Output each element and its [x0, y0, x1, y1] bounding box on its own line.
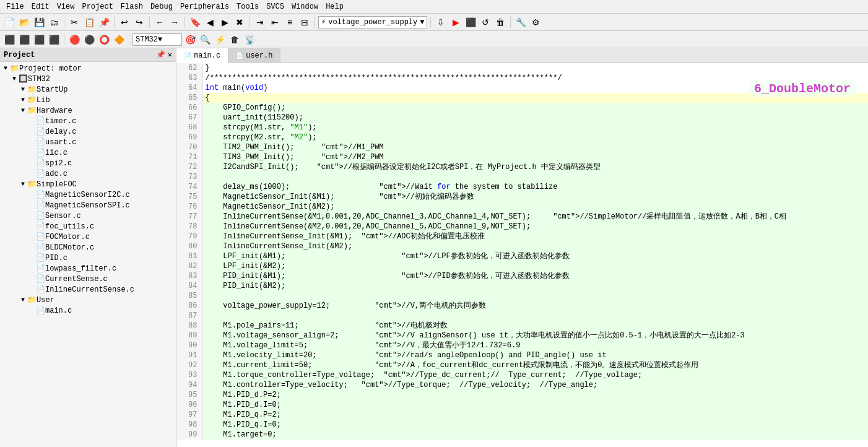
tree-item[interactable]: 📄 usart.c: [1, 137, 175, 147]
align-btn[interactable]: ≡: [283, 15, 297, 29]
code-line[interactable]: delay_ms(1000); "cmt">//Wait for the sys…: [202, 182, 868, 192]
code-line[interactable]: MagneticSensor_Init(&M2);: [202, 202, 868, 212]
tree-item[interactable]: 📄 foc_utils.c: [1, 221, 175, 232]
code-line[interactable]: M1.voltage_sensor_align=2; "cmt">//V ali…: [202, 331, 868, 341]
code-line[interactable]: InlineCurrentSense(&M1,0.001,20,ADC_Chan…: [202, 212, 868, 222]
code-line[interactable]: MagneticSensor_Init(&M1); "cmt">//初始化编码器…: [202, 192, 868, 202]
tree-item[interactable]: ▼ 🔲 STM32: [1, 74, 175, 84]
stop-btn[interactable]: ⬛: [464, 15, 477, 29]
open-button[interactable]: 📂: [17, 15, 31, 29]
code-line[interactable]: [202, 291, 868, 301]
code-line[interactable]: GPIO_Config();: [202, 103, 868, 113]
code-line[interactable]: TIM3_PWM_Init(); "cmt">//M2_PWM: [202, 152, 868, 162]
code-line[interactable]: PID_init(&M1); "cmt">//PID参数初始化，可进入函数初始化…: [202, 271, 868, 281]
cut-button[interactable]: ✂: [67, 15, 81, 29]
menu-debug[interactable]: Debug: [147, 1, 176, 12]
code-line[interactable]: LPF_init(&M1); "cmt">//LPF参数初始化，可进入函数初始化…: [202, 251, 868, 261]
menu-window[interactable]: Window: [288, 1, 322, 12]
tree-item[interactable]: 📄 spi2.c: [1, 158, 175, 168]
code-line[interactable]: M1.controller=Type_velocity; "cmt">//Typ…: [202, 380, 868, 390]
code-line[interactable]: I2CandSPI_Init(); "cmt">//根据编码器设定初始化I2C或…: [202, 162, 868, 172]
code-line[interactable]: uart_init(115200);: [202, 113, 868, 123]
code-line[interactable]: M1.pole_pairs=11; "cmt">//电机极对数: [202, 321, 868, 331]
copy-button[interactable]: 📋: [82, 15, 96, 29]
tree-item[interactable]: 📄 lowpass_filter.c: [1, 263, 175, 274]
run-btn[interactable]: ▶: [449, 15, 462, 29]
code-line[interactable]: /***************************************…: [202, 73, 868, 83]
bp-del[interactable]: ⭕: [97, 33, 111, 46]
target-dropdown[interactable]: ⚡ voltage_power_supply ▼: [318, 16, 427, 28]
misc-btn[interactable]: 📡: [243, 33, 256, 46]
code-line[interactable]: M1.voltage_limit=5; "cmt">//V，最大值需小于12/1…: [202, 341, 868, 350]
code-line[interactable]: M1.current_limit=50; "cmt">//A，foc_curre…: [202, 360, 868, 370]
bookmark-btn[interactable]: 🔖: [188, 15, 202, 29]
bp-del-all[interactable]: 🔶: [112, 33, 126, 46]
sidebar-close-icon[interactable]: ✕: [168, 50, 172, 59]
erase-btn[interactable]: 🗑: [493, 15, 507, 29]
tab-user-h[interactable]: 📄 user.h: [228, 48, 280, 63]
tree-item[interactable]: 📄 main.c: [1, 305, 175, 316]
save-all-button[interactable]: 🗂: [47, 15, 61, 29]
indent-btn[interactable]: ⇥: [253, 15, 267, 29]
tree-item[interactable]: 📄 Sensor.c: [1, 210, 175, 221]
settings-btn[interactable]: ⚙: [529, 15, 542, 29]
menu-view[interactable]: View: [53, 1, 79, 12]
sidebar-pin-icon[interactable]: 📌: [156, 50, 165, 59]
tab-main-c[interactable]: 📄 main.c: [176, 48, 228, 63]
tree-item[interactable]: ▼ 📁 Project: motor: [1, 63, 175, 74]
bookmark-del[interactable]: ✖: [233, 15, 246, 29]
step-over[interactable]: ⬛: [2, 33, 16, 46]
tree-item[interactable]: ▼ 📁 Hardware: [1, 105, 175, 116]
menu-file[interactable]: File: [2, 1, 28, 12]
tree-item[interactable]: 📄 MagneticSensorSPI.c: [1, 200, 175, 210]
code-line[interactable]: voltage_power_supply=12; "cmt">//V,两个电机的…: [202, 301, 868, 311]
menu-flash[interactable]: Flash: [117, 1, 147, 12]
menu-help[interactable]: Help: [322, 1, 347, 12]
reset-btn[interactable]: ↺: [479, 15, 492, 29]
code-line[interactable]: M1.velocity_limit=20; "cmt">//rad/s angl…: [202, 350, 868, 360]
tree-item[interactable]: 📄 InlineCurrentSense.c: [1, 284, 175, 295]
menu-project[interactable]: Project: [78, 1, 116, 12]
run2[interactable]: ⬛: [47, 33, 61, 46]
code-line[interactable]: [202, 311, 868, 321]
load-btn[interactable]: ⇩: [434, 15, 448, 29]
bookmark-next[interactable]: ▶: [218, 15, 232, 29]
tree-item[interactable]: 📄 iic.c: [1, 147, 175, 158]
code-line[interactable]: M1.torque_controller=Type_voltage; "cmt"…: [202, 370, 868, 380]
erase2-btn[interactable]: 🗑: [228, 33, 241, 46]
bp-toggle[interactable]: 🔴: [67, 33, 81, 46]
save-button[interactable]: 💾: [32, 15, 46, 29]
code-line[interactable]: int main(void): [202, 83, 868, 93]
tree-item[interactable]: 📄 MagneticSensorI2C.c: [1, 189, 175, 200]
code-line[interactable]: {: [202, 93, 868, 103]
code-line[interactable]: M1.PID_d.I=0;: [202, 400, 868, 410]
step-in[interactable]: ⬛: [17, 33, 31, 46]
flash-btn[interactable]: ⚡: [213, 33, 227, 46]
code-line[interactable]: InlineCurrentSense_Init(&M1); "cmt">//AD…: [202, 232, 868, 241]
nav-fwd[interactable]: →: [168, 15, 181, 29]
code-line[interactable]: M1.PID_q.I=0;: [202, 420, 868, 430]
tree-item[interactable]: 📄 adc.c: [1, 168, 175, 179]
code-line[interactable]: LPF_init(&M2);: [202, 261, 868, 271]
nav-back[interactable]: ←: [153, 15, 167, 29]
tree-item[interactable]: 📄 delay.c: [1, 126, 175, 137]
tree-item[interactable]: 📄 BLDCMotor.c: [1, 242, 175, 253]
code-editor[interactable]: 62}63/**********************************…: [176, 63, 868, 440]
tree-item[interactable]: ▼ 📁 StartUp: [1, 84, 175, 95]
code-line[interactable]: strcpy(M1.str, "M1");: [202, 123, 868, 132]
tree-item[interactable]: ▼ 📁 Lib: [1, 95, 175, 105]
code-line[interactable]: InlineCurrentSense(&M2,0.001,20,ADC_Chan…: [202, 222, 868, 232]
tree-item[interactable]: 📄 CurrentSense.c: [1, 274, 175, 284]
code-line[interactable]: }: [202, 63, 868, 73]
tree-item[interactable]: 📄 timer.c: [1, 116, 175, 126]
unindent-btn[interactable]: ⇤: [268, 15, 282, 29]
tree-item[interactable]: 📄 PID.c: [1, 253, 175, 263]
menu-svcs[interactable]: SVCS: [263, 1, 288, 12]
new-button[interactable]: 📄: [2, 15, 16, 29]
bp-enable[interactable]: ⚫: [82, 33, 96, 46]
menu-peripherals[interactable]: Peripherals: [176, 1, 233, 12]
debug2-btn[interactable]: 🔍: [198, 33, 212, 46]
redo-button[interactable]: ↪: [132, 15, 146, 29]
menu-tools[interactable]: Tools: [233, 1, 263, 12]
code-line[interactable]: strcpy(M2.str, "M2");: [202, 132, 868, 142]
